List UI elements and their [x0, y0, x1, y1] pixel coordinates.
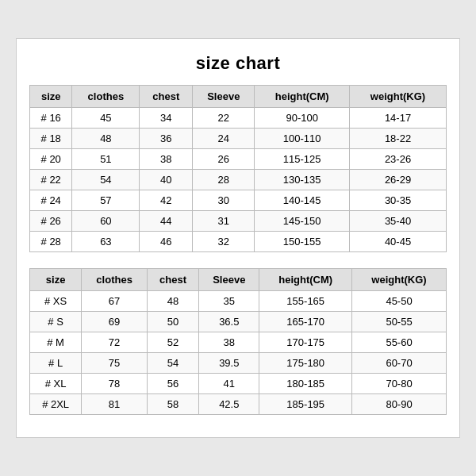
table-cell: 55-60 — [352, 332, 447, 353]
table-cell: # 28 — [30, 232, 72, 252]
section1-header: sizeclotheschestSleeveheight(CM)weight(K… — [30, 86, 447, 108]
table-cell: 72 — [82, 332, 148, 353]
table-cell: # 2XL — [30, 394, 82, 415]
table-cell: 165-170 — [259, 312, 352, 332]
table-cell: # 24 — [30, 190, 72, 211]
section-divider — [29, 260, 447, 268]
table-cell: 44 — [140, 211, 193, 232]
column-header: chest — [147, 269, 198, 291]
table-cell: # M — [30, 332, 82, 353]
table-cell: 52 — [147, 332, 198, 353]
table-cell: 185-195 — [259, 394, 352, 415]
table-cell: 41 — [199, 374, 259, 394]
table-cell: # 20 — [30, 149, 72, 170]
table-cell: 60 — [72, 211, 140, 232]
table-row: # 2XL815842.5185-19580-90 — [30, 394, 447, 415]
table-cell: 58 — [147, 394, 198, 415]
table-cell: 130-135 — [255, 170, 350, 190]
section2-body: # XS674835155-16545-50# S695036.5165-170… — [30, 291, 447, 415]
table-cell: 80-90 — [352, 394, 447, 415]
table-cell: 50-55 — [352, 312, 447, 332]
table-cell: 81 — [82, 394, 148, 415]
section2-table: sizeclotheschestSleeveheight(CM)weight(K… — [29, 268, 447, 415]
table-cell: 48 — [147, 291, 198, 312]
table-cell: 39.5 — [199, 353, 259, 374]
table-cell: 42.5 — [199, 394, 259, 415]
table-cell: # 18 — [30, 129, 72, 149]
size-chart-card: size chart sizeclotheschestSleeveheight(… — [16, 38, 460, 438]
table-cell: 50 — [147, 312, 198, 332]
table-cell: 46 — [140, 232, 193, 252]
table-cell: 170-175 — [259, 332, 352, 353]
table-row: # S695036.5165-17050-55 — [30, 312, 447, 332]
table-cell: # XL — [30, 374, 82, 394]
table-row: # 24574230140-14530-35 — [30, 190, 447, 211]
table-cell: 28 — [193, 170, 255, 190]
table-cell: 51 — [72, 149, 140, 170]
column-header: clothes — [82, 269, 148, 291]
table-row: # M725238170-17555-60 — [30, 332, 447, 353]
table-cell: 145-150 — [255, 211, 350, 232]
table-cell: 30-35 — [350, 190, 447, 211]
table-cell: 36 — [140, 129, 193, 149]
table-cell: 54 — [72, 170, 140, 190]
table-cell: 26 — [193, 149, 255, 170]
table-cell: 69 — [82, 312, 148, 332]
table-cell: 67 — [82, 291, 148, 312]
table-cell: 42 — [140, 190, 193, 211]
column-header: size — [30, 269, 82, 291]
table-cell: 32 — [193, 232, 255, 252]
table-cell: 23-26 — [350, 149, 447, 170]
table-row: # 18483624100-11018-22 — [30, 129, 447, 149]
table-cell: 175-180 — [259, 353, 352, 374]
table-cell: 150-155 — [255, 232, 350, 252]
column-header: Sleeve — [193, 86, 255, 108]
table-cell: # 26 — [30, 211, 72, 232]
table-cell: 155-165 — [259, 291, 352, 312]
table-row: # 20513826115-12523-26 — [30, 149, 447, 170]
table-cell: 45 — [72, 108, 140, 129]
section1-body: # 1645342290-10014-17# 18483624100-11018… — [30, 108, 447, 252]
table-cell: 140-145 — [255, 190, 350, 211]
table-cell: 14-17 — [350, 108, 447, 129]
table-cell: 90-100 — [255, 108, 350, 129]
table-cell: 57 — [72, 190, 140, 211]
table-cell: 22 — [193, 108, 255, 129]
column-header: height(CM) — [255, 86, 350, 108]
table-cell: 34 — [140, 108, 193, 129]
table-cell: 40-45 — [350, 232, 447, 252]
table-cell: 31 — [193, 211, 255, 232]
table-cell: 40 — [140, 170, 193, 190]
column-header: chest — [140, 86, 193, 108]
table-cell: 70-80 — [352, 374, 447, 394]
table-cell: 56 — [147, 374, 198, 394]
column-header: Sleeve — [199, 269, 259, 291]
table-cell: # 16 — [30, 108, 72, 129]
table-cell: 48 — [72, 129, 140, 149]
table-cell: 54 — [147, 353, 198, 374]
table-cell: # 22 — [30, 170, 72, 190]
table-row: # 26604431145-15035-40 — [30, 211, 447, 232]
table-row: # XL785641180-18570-80 — [30, 374, 447, 394]
table-cell: 38 — [140, 149, 193, 170]
table-row: # 1645342290-10014-17 — [30, 108, 447, 129]
column-header: height(CM) — [259, 269, 352, 291]
column-header: size — [30, 86, 72, 108]
column-header: clothes — [72, 86, 140, 108]
table-cell: 38 — [199, 332, 259, 353]
table-cell: 45-50 — [352, 291, 447, 312]
table-cell: # L — [30, 353, 82, 374]
table-row: # L755439.5175-18060-70 — [30, 353, 447, 374]
table-row: # 22544028130-13526-29 — [30, 170, 447, 190]
section1-table: sizeclotheschestSleeveheight(CM)weight(K… — [29, 85, 447, 252]
table-cell: 115-125 — [255, 149, 350, 170]
column-header: weight(KG) — [352, 269, 447, 291]
table-cell: 36.5 — [199, 312, 259, 332]
table-cell: 35 — [199, 291, 259, 312]
table-cell: 63 — [72, 232, 140, 252]
chart-title: size chart — [29, 53, 447, 74]
table-cell: # S — [30, 312, 82, 332]
table-cell: 78 — [82, 374, 148, 394]
table-cell: 18-22 — [350, 129, 447, 149]
table-cell: 35-40 — [350, 211, 447, 232]
